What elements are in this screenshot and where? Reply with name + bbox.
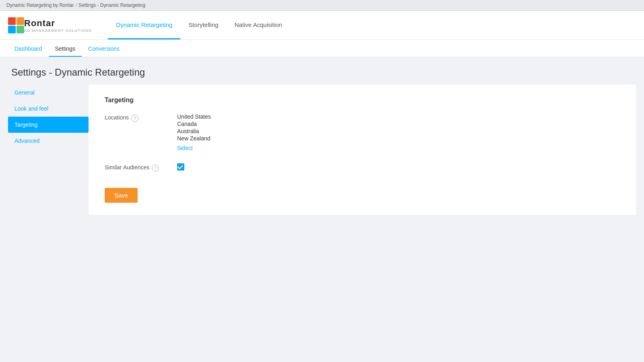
tab-conversions[interactable]: Conversions — [82, 40, 126, 57]
logo-text: Rontar AD MANAGEMENT SOLUTIONS — [24, 18, 92, 33]
brand-name: Rontar — [24, 18, 92, 29]
breadcrumb-page: Settings - Dynamic Retargeting — [78, 2, 145, 8]
main-panel: Targeting Locations ? United States Cana… — [89, 84, 636, 215]
locations-value: United States Canada Australia New Zeala… — [177, 113, 620, 151]
nav-item-native-acquisition[interactable]: Native Acquisition — [227, 11, 290, 39]
tab-settings[interactable]: Settings — [49, 40, 82, 57]
page-title-area: Settings - Dynamic Retargeting — [0, 57, 644, 84]
sub-nav: Dashboard Settings Conversions — [0, 40, 644, 57]
breadcrumb-app: Dynamic Retargeting by Rontar — [6, 2, 74, 8]
sidebar: General Look and feel Targeting Advanced — [8, 84, 89, 215]
sidebar-item-advanced[interactable]: Advanced — [8, 133, 89, 149]
main-header: Rontar AD MANAGEMENT SOLUTIONS Dynamic R… — [0, 11, 644, 40]
section-title: Targeting — [105, 97, 620, 104]
select-locations-link[interactable]: Select — [177, 145, 193, 151]
locations-label: Locations ? — [105, 113, 177, 122]
page-title: Settings - Dynamic Retargeting — [11, 67, 633, 78]
browser-bar: Dynamic Retargeting by Rontar / Settings… — [0, 0, 644, 11]
main-nav: Dynamic Retargeting Storytelling Native … — [108, 11, 290, 39]
similar-audiences-checkbox[interactable] — [177, 163, 184, 171]
locations-help-icon[interactable]: ? — [131, 115, 138, 122]
logo-icon — [8, 17, 24, 33]
location-item: New Zealand — [177, 135, 620, 142]
logo-area: Rontar AD MANAGEMENT SOLUTIONS — [8, 17, 92, 33]
similar-audiences-row: Similar Audiences ? — [105, 163, 620, 172]
locations-row: Locations ? United States Canada Austral… — [105, 113, 620, 151]
breadcrumb-separator: / — [75, 2, 76, 8]
location-item: Canada — [177, 121, 620, 127]
nav-item-dynamic-retargeting[interactable]: Dynamic Retargeting — [108, 11, 180, 39]
nav-item-storytelling[interactable]: Storytelling — [180, 11, 226, 39]
save-button[interactable]: Save — [105, 188, 138, 203]
sidebar-item-look-and-feel[interactable]: Look and feel — [8, 101, 89, 117]
sidebar-item-targeting[interactable]: Targeting — [8, 117, 89, 133]
location-item: Australia — [177, 128, 620, 134]
location-item: United States — [177, 113, 620, 120]
similar-audiences-help-icon[interactable]: ? — [152, 165, 159, 172]
similar-audiences-checkbox-area — [177, 163, 620, 171]
similar-audiences-label: Similar Audiences ? — [105, 163, 177, 172]
locations-list: United States Canada Australia New Zeala… — [177, 113, 620, 142]
brand-sub: AD MANAGEMENT SOLUTIONS — [24, 29, 92, 33]
similar-audiences-value — [177, 163, 620, 171]
sidebar-item-general[interactable]: General — [8, 84, 89, 101]
content-area: General Look and feel Targeting Advanced… — [0, 84, 644, 231]
tab-dashboard[interactable]: Dashboard — [8, 40, 49, 57]
